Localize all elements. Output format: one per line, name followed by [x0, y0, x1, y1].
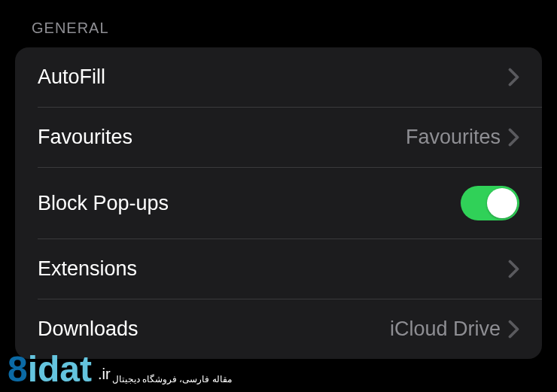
row-right-favourites: Favourites: [406, 126, 519, 149]
row-right-extensions: [508, 260, 519, 278]
row-block-popups: Block Pop-ups: [15, 168, 542, 239]
chevron-right-icon: [508, 128, 519, 147]
row-right-autofill: [508, 68, 519, 87]
row-value-favourites: Favourites: [406, 126, 501, 149]
watermark: 8 idat .ir مقاله فارسی، فروشگاه دیجیتال: [8, 351, 232, 387]
row-label-favourites: Favourites: [38, 126, 132, 149]
chevron-right-icon: [508, 260, 519, 278]
row-label-downloads: Downloads: [38, 318, 138, 341]
watermark-logo: 8 idat: [8, 351, 92, 387]
watermark-tagline: مقاله فارسی، فروشگاه دیجیتال: [112, 374, 232, 384]
toggle-block-popups[interactable]: [461, 186, 519, 220]
row-downloads[interactable]: Downloads iCloud Drive: [15, 299, 542, 359]
toggle-knob: [487, 188, 517, 218]
row-extensions[interactable]: Extensions: [15, 239, 542, 299]
chevron-right-icon: [508, 68, 519, 87]
row-label-autofill: AutoFill: [38, 65, 105, 89]
row-label-block-popups: Block Pop-ups: [38, 192, 169, 215]
row-value-downloads: iCloud Drive: [390, 318, 501, 341]
watermark-ir: .ir: [98, 366, 111, 383]
row-favourites[interactable]: Favourites Favourites: [15, 108, 542, 167]
watermark-idat: idat: [28, 351, 92, 387]
row-right-block-popups: [461, 186, 519, 220]
row-label-extensions: Extensions: [38, 257, 137, 281]
row-autofill[interactable]: AutoFill: [15, 47, 542, 107]
settings-group-general: AutoFill Favourites Favourites Block Pop…: [15, 47, 542, 359]
watermark-eight: 8: [8, 351, 28, 387]
chevron-right-icon: [508, 320, 519, 339]
section-header-general: GENERAL: [15, 6, 542, 43]
row-right-downloads: iCloud Drive: [390, 318, 519, 341]
